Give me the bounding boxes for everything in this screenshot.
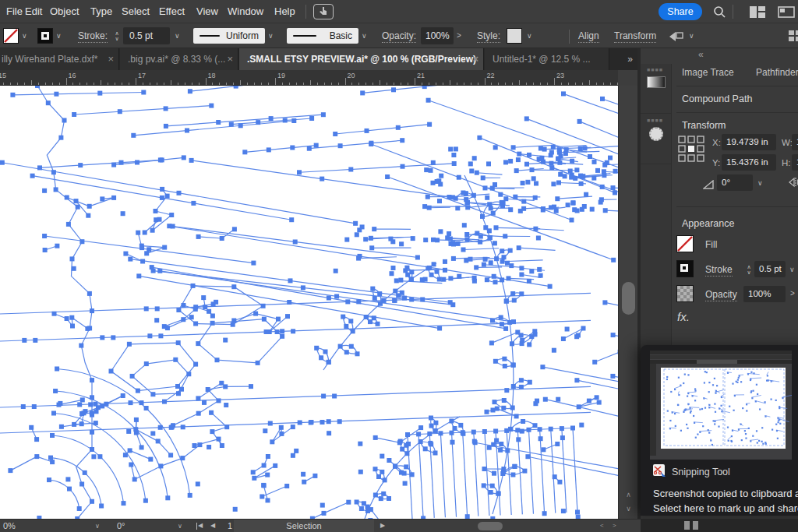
appearance-stroke-stepper[interactable]: ∧∨ <box>743 264 754 275</box>
transform-button[interactable]: Transform <box>614 30 656 43</box>
grip-dots-icon: ■■■■ <box>647 118 663 123</box>
stroke-chevron-icon[interactable]: ∨ <box>56 32 62 40</box>
app-frame-icon[interactable] <box>778 6 795 21</box>
opacity-more-icon[interactable]: > <box>457 31 461 40</box>
scroll-down-icon[interactable]: ∨ <box>619 505 638 513</box>
scroll-up-icon[interactable]: ∧ <box>619 491 638 499</box>
tab-close-icon[interactable]: × <box>472 48 478 70</box>
appearance-stroke-chevron-icon[interactable]: ∨ <box>789 266 795 273</box>
snipping-tool-icon <box>653 464 666 477</box>
workspace-switcher-icon[interactable] <box>750 6 765 21</box>
status-expand-icon[interactable]: ▶ <box>380 522 385 529</box>
fill-chevron-icon[interactable]: ∨ <box>22 32 27 40</box>
profile-chevron-icon[interactable]: ∨ <box>268 32 274 40</box>
appearance-opacity-value[interactable]: 100% <box>743 286 786 302</box>
menu-select[interactable]: Select <box>117 0 154 23</box>
stroke-swatch[interactable] <box>37 28 53 44</box>
appearance-section-heading: Appearance <box>682 218 734 229</box>
menu-help[interactable]: Help <box>270 0 300 23</box>
flip-horizontal-icon[interactable] <box>789 177 798 191</box>
appearance-opacity-swatch[interactable] <box>676 285 694 302</box>
stroke-weight-label[interactable]: Stroke: <box>78 30 108 43</box>
vertical-scrollbar[interactable]: ∧ ∨ <box>618 86 637 519</box>
search-icon[interactable] <box>713 5 726 22</box>
canvas[interactable] <box>0 86 618 519</box>
fill-none-swatch[interactable] <box>3 28 19 44</box>
share-button[interactable]: Share <box>659 3 702 20</box>
select-similar-chevron-icon[interactable]: ∨ <box>689 32 694 40</box>
horizontal-ruler[interactable]: 151617181920212223 <box>0 70 618 86</box>
scroll-right-icon[interactable]: > <box>613 522 616 529</box>
menu-object[interactable]: Object <box>45 0 84 23</box>
status-mode-field[interactable]: Selection <box>234 520 374 532</box>
opacity-value[interactable]: 100% <box>421 27 454 44</box>
panel-separator <box>676 206 798 207</box>
stroke-link[interactable]: Stroke <box>705 264 733 277</box>
toast-message-line1: Screenshot copied to clipboard and sav <box>653 488 798 499</box>
touch-workspace-icon[interactable] <box>313 4 334 19</box>
tab-big-pv[interactable]: .big pv.ai* @ 8.33 % (... × <box>120 48 238 70</box>
appearance-stroke-swatch[interactable] <box>676 260 694 277</box>
tab-image-trace[interactable]: Image Trace <box>682 61 734 84</box>
horizontal-scrollbar-thumb[interactable] <box>478 522 503 530</box>
style-chevron-icon[interactable]: ∨ <box>527 32 532 40</box>
menu-view[interactable]: View <box>192 0 223 23</box>
rotation-chevron-icon[interactable]: ∨ <box>757 179 763 187</box>
y-field[interactable]: 15.4376 in <box>722 154 776 171</box>
rotation-field[interactable]: 0° <box>717 174 753 191</box>
opacity-link[interactable]: Opacity <box>705 289 737 301</box>
control-grid-icon[interactable] <box>789 30 798 44</box>
opacity-label[interactable]: Opacity: <box>382 30 416 43</box>
stroke-weight-value[interactable]: 0.5 pt <box>123 27 170 44</box>
fill-label[interactable]: Fill <box>705 239 717 250</box>
style-swatch[interactable] <box>507 28 522 44</box>
zoom-chevron-icon[interactable]: ∨ <box>95 523 100 530</box>
menu-type[interactable]: Type <box>86 0 117 23</box>
fx-button[interactable]: fx. <box>677 310 690 323</box>
document-tab-bar: illy Wirehand Plate.dxf* × .big pv.ai* @… <box>0 48 641 70</box>
first-artboard-icon[interactable] <box>196 523 197 530</box>
style-label[interactable]: Style: <box>477 30 500 43</box>
stroke-stepper[interactable]: ∧∨ <box>111 30 122 41</box>
rotation-field[interactable]: 0° <box>117 520 125 532</box>
align-button[interactable]: Align <box>578 30 599 43</box>
prev-artboard-icon[interactable]: ◀ <box>210 522 215 529</box>
zoom-level-field[interactable]: 0% <box>3 520 16 532</box>
appearance-fill-swatch[interactable] <box>676 235 694 252</box>
collapse-panels-icon[interactable]: « <box>698 49 704 60</box>
snipping-tool-toast[interactable]: Snipping Tool Screenshot copied to clipb… <box>641 345 798 516</box>
menu-edit[interactable]: Edit <box>20 0 47 23</box>
compound-path-heading: Compound Path <box>682 93 752 104</box>
tab-close-icon[interactable]: × <box>108 48 114 70</box>
window-edge-mark <box>693 521 698 530</box>
screenshot-thumbnail[interactable] <box>650 351 792 460</box>
dashed-circle-panel-tile[interactable]: ■■■■ <box>641 115 672 164</box>
panel-separator <box>676 112 798 113</box>
h-field[interactable]: 10 <box>792 154 798 171</box>
menu-window[interactable]: Window <box>223 0 268 23</box>
appearance-opacity-more-icon[interactable]: > <box>790 289 795 298</box>
artwork-canvas[interactable] <box>0 86 618 519</box>
artboard-number-field[interactable]: 1 <box>228 520 232 532</box>
brush-chevron-icon[interactable]: ∨ <box>362 32 367 40</box>
gradient-panel-tile[interactable]: ■■■■ <box>641 64 672 114</box>
w-field[interactable]: 17 <box>792 134 798 150</box>
scroll-left-icon[interactable]: < <box>600 522 604 529</box>
rotation-chevron-icon[interactable]: ∨ <box>178 523 182 530</box>
brush-dropdown[interactable]: Basic <box>287 28 358 44</box>
menu-effect[interactable]: Effect <box>154 0 189 23</box>
appearance-stroke-value[interactable]: 0.5 pt <box>754 261 786 277</box>
x-field[interactable]: 19.4739 in <box>722 134 776 150</box>
select-similar-icon[interactable] <box>669 31 686 45</box>
tab-small-etsy-preview[interactable]: .SMALL ETSY PREVIEW.ai* @ 100 % (RGB/Pre… <box>239 48 484 70</box>
stroke-weight-chevron-icon[interactable]: ∨ <box>175 32 180 40</box>
controlbar-divider <box>569 30 570 44</box>
reference-point-locator[interactable] <box>678 136 704 165</box>
tab-close-icon[interactable]: × <box>227 48 233 70</box>
stroke-profile-dropdown[interactable]: Uniform <box>193 28 265 44</box>
tab-untitled-1[interactable]: Untitled-1* @ 12.5 % ... <box>485 48 609 70</box>
first-artboard-icon[interactable]: ◀ <box>198 522 203 529</box>
vertical-scrollbar-thumb[interactable] <box>622 282 635 315</box>
tab-wirehand-plate[interactable]: illy Wirehand Plate.dxf* × <box>0 48 119 70</box>
tab-pathfinder[interactable]: Pathfinder <box>756 61 798 84</box>
